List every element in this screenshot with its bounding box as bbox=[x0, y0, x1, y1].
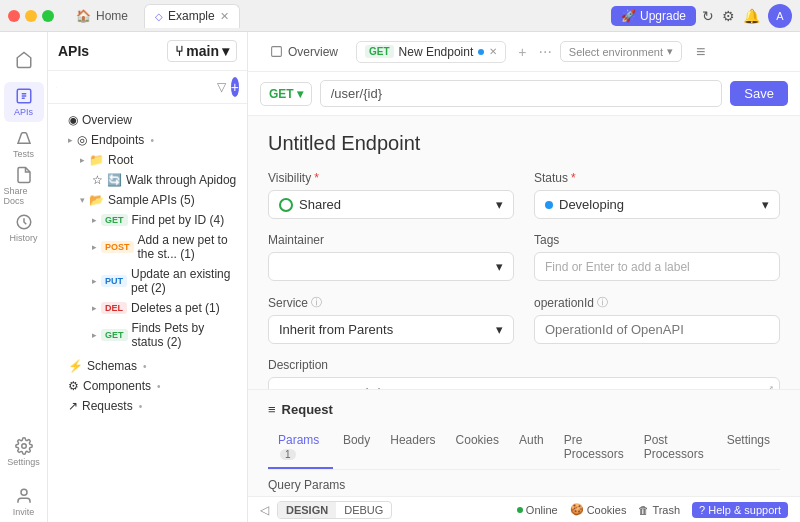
tags-input[interactable]: Find or Enter to add a label bbox=[534, 252, 780, 281]
tree-item-overview[interactable]: ◉ Overview bbox=[48, 110, 247, 130]
expand-icon[interactable]: ⤢ bbox=[765, 383, 774, 389]
request-icon: ≡ bbox=[268, 402, 276, 417]
sidebar-item-home[interactable] bbox=[4, 40, 44, 80]
invite-icon bbox=[15, 487, 33, 505]
tab-headers[interactable]: Headers bbox=[380, 427, 445, 469]
form-row-visibility-status: Visibility * Shared ▾ Status * bbox=[268, 171, 780, 219]
description-label: Description bbox=[268, 358, 780, 372]
add-button[interactable]: + bbox=[231, 77, 239, 97]
maintainer-select[interactable]: ▾ bbox=[268, 252, 514, 281]
tab-params[interactable]: Params 1 bbox=[268, 427, 333, 469]
add-tab-icon[interactable]: + bbox=[518, 44, 526, 60]
fullscreen-button[interactable] bbox=[42, 10, 54, 22]
search-input[interactable] bbox=[62, 80, 212, 94]
save-button[interactable]: Save bbox=[730, 81, 788, 106]
bell-icon[interactable]: 🔔 bbox=[743, 8, 760, 24]
hamburger-icon[interactable]: ≡ bbox=[696, 43, 705, 61]
traffic-lights bbox=[8, 10, 54, 22]
status-select[interactable]: Developing ▾ bbox=[534, 190, 780, 219]
chevron-down-method-icon: ▾ bbox=[297, 87, 303, 101]
overview-tab[interactable]: Overview bbox=[260, 41, 348, 63]
schemas-label: Schemas bbox=[87, 359, 137, 373]
left-arrow-icon[interactable]: ◁ bbox=[260, 503, 269, 517]
branch-selector[interactable]: ⑂ main ▾ bbox=[167, 40, 237, 62]
tree-item-requests[interactable]: ↗ Requests • bbox=[48, 396, 247, 416]
more-tabs-icon[interactable]: ··· bbox=[538, 43, 551, 61]
minimize-button[interactable] bbox=[25, 10, 37, 22]
form-group-operation-id: operationId ⓘ bbox=[534, 295, 780, 344]
status-value: Developing bbox=[559, 197, 624, 212]
sidebar-item-share-docs[interactable]: Share Docs bbox=[4, 166, 44, 206]
visibility-select[interactable]: Shared ▾ bbox=[268, 190, 514, 219]
debug-button[interactable]: DEBUG bbox=[336, 502, 391, 518]
tab-cookies[interactable]: Cookies bbox=[446, 427, 509, 469]
service-select[interactable]: Inherit from Parents ▾ bbox=[268, 315, 514, 344]
schemas-badge: • bbox=[143, 361, 147, 372]
tab-post-processors[interactable]: Post Processors bbox=[634, 427, 717, 469]
tab-auth[interactable]: Auth bbox=[509, 427, 554, 469]
components-icon: ⚙ bbox=[68, 379, 79, 393]
content-topbar: Overview GET New Endpoint ✕ + ··· Select… bbox=[248, 32, 800, 72]
endpoints-badge: • bbox=[150, 135, 154, 146]
content-area: Overview GET New Endpoint ✕ + ··· Select… bbox=[248, 32, 800, 522]
tree-item-update-pet[interactable]: ▸ PUT Update an existing pet (2) bbox=[48, 264, 247, 298]
tree-item-walkthrough[interactable]: ☆ 🔄 Walk through Apidog bbox=[48, 170, 247, 190]
operation-id-info-icon[interactable]: ⓘ bbox=[597, 295, 608, 310]
tree-item-add-pet[interactable]: ▸ POST Add a new pet to the st... (1) bbox=[48, 230, 247, 264]
trash-status[interactable]: 🗑 Trash bbox=[638, 504, 680, 516]
new-endpoint-tab[interactable]: GET New Endpoint ✕ bbox=[356, 41, 506, 63]
close-tab-icon[interactable]: ✕ bbox=[220, 10, 229, 23]
tree-item-sample-apis[interactable]: ▾ 📂 Sample APIs (5) bbox=[48, 190, 247, 210]
sidebar-item-tests[interactable]: Tests bbox=[4, 124, 44, 164]
help-button[interactable]: ? Help & support bbox=[692, 502, 788, 518]
cookies-status[interactable]: 🍪 Cookies bbox=[570, 503, 627, 516]
tree-item-root[interactable]: ▸ 📁 Root bbox=[48, 150, 247, 170]
home-tab[interactable]: 🏠 Home bbox=[66, 4, 138, 28]
example-tab[interactable]: ◇ Example ✕ bbox=[144, 4, 240, 28]
description-textarea[interactable] bbox=[268, 377, 780, 389]
find-pet-label: Find pet by ID (4) bbox=[132, 213, 225, 227]
url-input[interactable] bbox=[320, 80, 723, 107]
form-group-tags: Tags Find or Enter to add a label bbox=[534, 233, 780, 281]
overview-icon: ◉ bbox=[68, 113, 78, 127]
required-star-status: * bbox=[571, 171, 576, 185]
help-icon: ? bbox=[699, 504, 705, 516]
tree-item-find-pet[interactable]: ▸ GET Find pet by ID (4) bbox=[48, 210, 247, 230]
sidebar-docs-label: Share Docs bbox=[4, 186, 44, 206]
tree-item-schemas[interactable]: ⚡ Schemas • bbox=[48, 356, 247, 376]
tree-item-finds-pets[interactable]: ▸ GET Finds Pets by status (2) bbox=[48, 318, 247, 352]
operation-id-input[interactable] bbox=[534, 315, 780, 344]
refresh-icon[interactable]: ↻ bbox=[702, 8, 714, 24]
method-badge-put: PUT bbox=[101, 275, 127, 287]
request-header: ≡ Request bbox=[268, 402, 780, 417]
tab-pre-processors[interactable]: Pre Processors bbox=[554, 427, 634, 469]
close-endpoint-tab-icon[interactable]: ✕ bbox=[489, 46, 497, 57]
close-button[interactable] bbox=[8, 10, 20, 22]
method-selector[interactable]: GET ▾ bbox=[260, 82, 312, 106]
service-info-icon[interactable]: ⓘ bbox=[311, 295, 322, 310]
help-label: Help & support bbox=[708, 504, 781, 516]
chevron-down-icon: ▾ bbox=[222, 43, 229, 59]
sidebar-item-apis[interactable]: APIs bbox=[4, 82, 44, 122]
filter-icon[interactable]: ▽ bbox=[217, 80, 226, 94]
sidebar-item-history[interactable]: History bbox=[4, 208, 44, 248]
tab-settings[interactable]: Settings bbox=[717, 427, 780, 469]
environment-selector[interactable]: Select environment ▾ bbox=[560, 41, 682, 62]
unsaved-dot bbox=[478, 49, 484, 55]
top-right-icons: ↻ ⚙ 🔔 A bbox=[702, 4, 792, 28]
tree-item-components[interactable]: ⚙ Components • bbox=[48, 376, 247, 396]
env-label: Select environment bbox=[569, 46, 663, 58]
example-tab-label: Example bbox=[168, 9, 215, 23]
sidebar-item-invite[interactable]: Invite bbox=[4, 482, 44, 522]
delete-pet-label: Deletes a pet (1) bbox=[131, 301, 220, 315]
tree-item-delete-pet[interactable]: ▸ DEL Deletes a pet (1) bbox=[48, 298, 247, 318]
gear-icon[interactable]: ⚙ bbox=[722, 8, 735, 24]
avatar[interactable]: A bbox=[768, 4, 792, 28]
tree-item-endpoints[interactable]: ▸ ◎ Endpoints • bbox=[48, 130, 247, 150]
method-value: GET bbox=[269, 87, 294, 101]
upgrade-button[interactable]: 🚀 Upgrade bbox=[611, 6, 696, 26]
design-button[interactable]: DESIGN bbox=[278, 502, 336, 518]
sidebar-item-settings[interactable]: Settings bbox=[4, 432, 44, 472]
visibility-value: Shared bbox=[299, 197, 341, 212]
tab-body[interactable]: Body bbox=[333, 427, 380, 469]
